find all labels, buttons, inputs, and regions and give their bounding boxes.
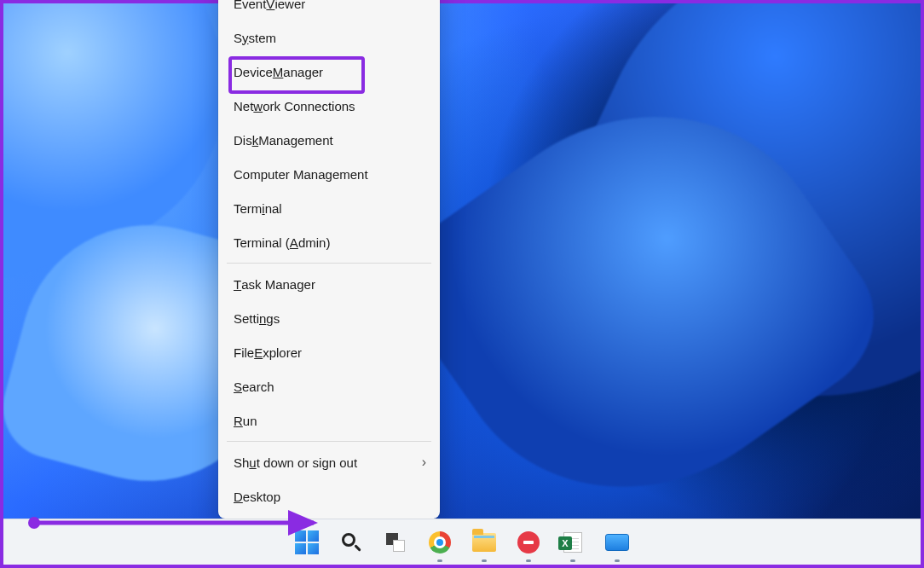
menu-item-label-post: anager [283,65,323,79]
menu-item-label-post: stem [249,31,277,45]
menu-item-label-accel: n [259,311,266,326]
menu-item-label-pre: Sh [234,455,249,470]
taskbar [3,519,921,565]
task-view-icon [386,533,405,552]
menu-item-label-accel: w [253,99,263,113]
menu-item-label-post: ork Connections [263,99,355,113]
menu-item-label-accel: k [252,133,259,148]
menu-item-settings[interactable]: Settings [218,301,440,335]
menu-item-label-accel: S [234,380,242,394]
menu-item-label-pre: Computer Mana [234,167,326,182]
desktop-wallpaper [3,3,921,565]
menu-item-terminal-admin[interactable]: Terminal (Admin) [218,225,440,259]
menu-item-label-pre: S [234,31,242,45]
menu-item-label-accel: E [254,345,263,360]
menu-item-label-post: gs [266,311,280,326]
menu-item-label-post: iewer [274,0,305,11]
menu-item-label-post: ement [332,167,368,182]
search-icon [340,531,362,554]
menu-item-label-post: Management [258,133,333,148]
menu-item-label-pre: Terminal ( [234,235,290,250]
menu-item-label-post: earch [242,380,274,394]
menu-item-desktop[interactable]: Desktop [218,479,440,513]
menu-separator [227,263,431,264]
menu-item-terminal[interactable]: Terminal [218,191,440,225]
search-button[interactable] [338,530,364,555]
menu-item-label-pre: Net [234,99,253,113]
menu-item-task-manager[interactable]: Task Manager [218,267,440,301]
menu-item-label-post: nal [265,201,282,216]
menu-item-computer-management[interactable]: Computer Management [218,157,440,191]
menu-item-label-post: t down or sign out [257,455,357,470]
menu-item-label-pre: Setti [234,311,259,326]
menu-item-search[interactable]: Search [218,369,440,403]
excel-icon [563,532,582,553]
menu-item-label-accel: y [242,31,249,45]
excel-app[interactable] [560,530,586,555]
menu-item-shut-down-or-sign-out[interactable]: Shut down or sign out [218,445,440,479]
menu-item-label-accel: M [273,65,284,79]
menu-item-disk-management[interactable]: Disk Management [218,123,440,157]
menu-separator [227,441,431,442]
menu-item-label-post: un [243,414,257,428]
app-icon [605,534,629,551]
menu-item-label-post: dmin) [298,235,331,250]
menu-item-label-pre: File [234,345,254,360]
menu-item-label-pre: Event [234,0,266,11]
menu-item-device-manager[interactable]: Device Manager [218,55,440,89]
winx-context-menu: Event ViewerSystemDevice ManagerNetwork … [218,0,440,519]
menu-item-label-accel: T [234,277,241,292]
menu-item-label-accel: R [234,414,243,428]
menu-item-label-post: esktop [243,490,280,504]
menu-item-run[interactable]: Run [218,403,440,438]
menu-item-label-pre: Device [234,65,273,79]
start-icon [295,530,319,554]
chrome-app[interactable] [427,530,453,555]
task-view-button[interactable] [383,530,408,555]
file-explorer-app[interactable] [471,530,497,555]
menu-item-file-explorer[interactable]: File Explorer [218,335,440,369]
menu-item-label-accel: A [290,235,298,250]
menu-item-label-pre: Term [234,201,262,216]
menu-item-event-viewer[interactable]: Event Viewer [218,0,440,20]
chrome-icon [429,531,451,554]
generic-blue-app[interactable] [604,530,630,555]
menu-item-label-post: ask Manager [241,277,315,292]
snagit-app[interactable] [516,530,541,555]
screenshot-frame: Event ViewerSystemDevice ManagerNetwork … [0,0,924,568]
start-button[interactable] [294,530,320,555]
menu-item-label-post: xplorer [263,345,302,360]
snagit-icon [517,531,540,554]
menu-item-network-connections[interactable]: Network Connections [218,89,440,123]
menu-item-label-pre: Dis [234,133,252,148]
file-explorer-icon [472,533,496,552]
menu-item-label-accel: g [326,167,332,182]
menu-item-system[interactable]: System [218,20,440,55]
menu-item-label-accel: D [234,490,243,504]
menu-item-label-accel: u [249,455,256,470]
menu-item-label-accel: V [266,0,274,11]
